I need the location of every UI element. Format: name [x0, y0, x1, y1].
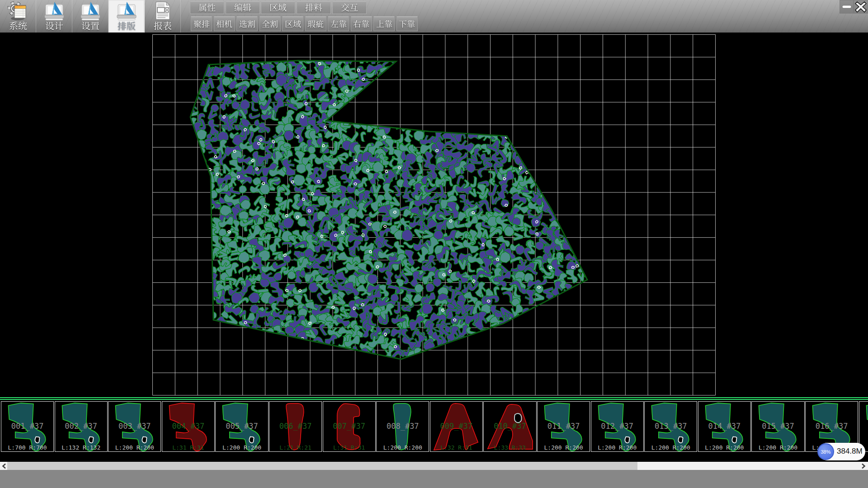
- menu-tab-label: [341, 3, 358, 12]
- part-thumbnail-012_#37[interactable]: 012_#37L:200 R:200: [591, 401, 644, 452]
- tool-button-3[interactable]: [236, 16, 258, 31]
- menu-tab-3[interactable]: [261, 1, 295, 14]
- toolbar: [0, 0, 868, 33]
- tool-button-row: [191, 16, 419, 31]
- minimize-button[interactable]: [840, 0, 854, 14]
- tool-button-label: [376, 20, 392, 28]
- tool-button-10[interactable]: [396, 16, 418, 31]
- nav-button-4[interactable]: [108, 0, 145, 33]
- scrollbar-thumb[interactable]: [7, 462, 637, 470]
- tool-button-8[interactable]: [351, 16, 372, 31]
- part-name: 005_#37: [216, 422, 268, 431]
- scroll-left-button[interactable]: [0, 462, 7, 470]
- part-thumbnail-013_#37[interactable]: 013_#37L:200 R:200: [644, 401, 697, 452]
- tool-button-label: [239, 20, 255, 28]
- part-name: 008_#37: [377, 422, 429, 431]
- menu-tab-4[interactable]: [297, 1, 331, 14]
- menu-tab-5[interactable]: [332, 1, 367, 14]
- nav-button-5[interactable]: [145, 0, 181, 33]
- part-thumbnail-001_#37[interactable]: 001_#37L:700 R:700: [1, 401, 54, 452]
- close-button[interactable]: [854, 0, 868, 14]
- close-icon: [855, 1, 867, 13]
- part-name: 015_#37: [752, 422, 804, 431]
- nav-button-label: [9, 21, 27, 31]
- part-quantity: L:200 R:200: [698, 444, 750, 451]
- menu-tab-label: [305, 3, 322, 12]
- part-name: 0: [859, 422, 868, 431]
- nesting-canvas[interactable]: [0, 33, 868, 397]
- part-thumbnail-015_#37[interactable]: 015_#37L:200 R:200: [751, 401, 804, 452]
- part-quantity: L:200 R:200: [752, 444, 804, 451]
- tool-button-9[interactable]: [373, 16, 395, 31]
- part-name: 016_#37: [806, 422, 858, 431]
- menu-tab-label: [234, 3, 251, 12]
- nav-button-label: [45, 21, 63, 31]
- part-thumbnail-005_#37[interactable]: 005_#37L:200 R:200: [215, 401, 268, 452]
- tool-button-label: [353, 20, 369, 28]
- gear-notebook-icon: [8, 1, 28, 21]
- part-name: 004_#37: [162, 422, 214, 431]
- tool-button-label: [399, 20, 415, 28]
- part-thumbnail-009_#37[interactable]: 009_#37L:32 R:31: [430, 401, 483, 452]
- tool-button-5[interactable]: [282, 16, 303, 31]
- part-name: 001_#37: [1, 422, 53, 431]
- set-square-icon: [80, 1, 101, 21]
- menu-tab-1[interactable]: [190, 1, 224, 14]
- part-name: 012_#37: [591, 422, 643, 431]
- tool-button-label: [307, 20, 324, 28]
- report-icon: [152, 1, 173, 21]
- tool-button-4[interactable]: [259, 16, 281, 31]
- tool-button-6[interactable]: [305, 16, 326, 31]
- scroll-right-button[interactable]: [860, 462, 867, 470]
- part-name: 013_#37: [645, 422, 697, 431]
- part-thumbnail-011_#37[interactable]: 011_#37L:200 R:200: [537, 401, 590, 452]
- nav-button-3[interactable]: [72, 0, 108, 33]
- part-thumbnail-014_#37[interactable]: 014_#37L:200 R:200: [698, 401, 751, 452]
- nav-button-label: [154, 21, 172, 31]
- tool-button-label: [330, 20, 347, 28]
- part-name: 011_#37: [538, 422, 590, 431]
- nav-button-2[interactable]: [36, 0, 72, 33]
- nested-pieces: [184, 51, 592, 365]
- part-thumbnail-010_#37[interactable]: 010_#37L:33 R:33: [483, 401, 536, 452]
- part-quantity: L:132 R:132: [55, 444, 107, 451]
- part-name: 010_#37: [484, 422, 536, 431]
- percent-badge: 38%: [817, 443, 834, 460]
- minimize-icon: [842, 5, 852, 9]
- parts-strip: 001_#37L:700 R:700002_#37L:132 R:132003_…: [0, 400, 868, 462]
- part-thumbnail-007_#37[interactable]: 007_#37L:31 R:31: [323, 401, 376, 452]
- part-name: 007_#37: [323, 422, 375, 431]
- part-quantity: L:32 R:31: [430, 444, 482, 451]
- status-bar: [0, 470, 868, 488]
- percent-value: 38%: [821, 449, 830, 455]
- set-square-icon: [44, 1, 65, 21]
- nav-button-label: [118, 21, 136, 31]
- part-name: 003_#37: [108, 422, 160, 431]
- memory-usage-overlay: 38% 384.8M: [818, 443, 865, 460]
- chevron-right-icon: [862, 464, 866, 469]
- part-quantity: L:33 R:33: [484, 444, 536, 451]
- part-quantity: L:200 R:200: [538, 444, 590, 451]
- part-thumbnail-004_#37[interactable]: 004_#37L:31 R:31: [162, 401, 215, 452]
- horizontal-scrollbar[interactable]: [0, 462, 868, 470]
- part-quantity: L:700 R:700: [1, 444, 53, 451]
- part-quantity: L:200 R:200: [216, 444, 268, 451]
- part-quantity: L:200 R:200: [108, 444, 160, 451]
- app-window: 001_#37L:700 R:700002_#37L:132 R:132003_…: [0, 0, 868, 488]
- tool-button-1[interactable]: [191, 16, 212, 31]
- part-thumbnail-002_#37[interactable]: 002_#37L:132 R:132: [55, 401, 108, 452]
- tool-button-7[interactable]: [328, 16, 349, 31]
- part-quantity: L:200 R:200: [645, 444, 697, 451]
- tool-button-label: [285, 20, 301, 28]
- nav-button-1[interactable]: [0, 0, 36, 33]
- part-thumbnail-006_#37[interactable]: 006_#37L:21 R:21: [269, 401, 322, 452]
- tool-button-2[interactable]: [214, 16, 235, 31]
- part-name: 014_#37: [698, 422, 750, 431]
- part-quantity: L:200 R:200: [591, 444, 643, 451]
- part-thumbnail-003_#37[interactable]: 003_#37L:200 R:200: [108, 401, 161, 452]
- menu-tab-2[interactable]: [226, 1, 260, 14]
- part-name: 006_#37: [269, 422, 321, 431]
- main-nav: [0, 0, 181, 33]
- chevron-left-icon: [2, 464, 6, 469]
- part-thumbnail-008_#37[interactable]: 008_#37L:200 R:200: [376, 401, 429, 452]
